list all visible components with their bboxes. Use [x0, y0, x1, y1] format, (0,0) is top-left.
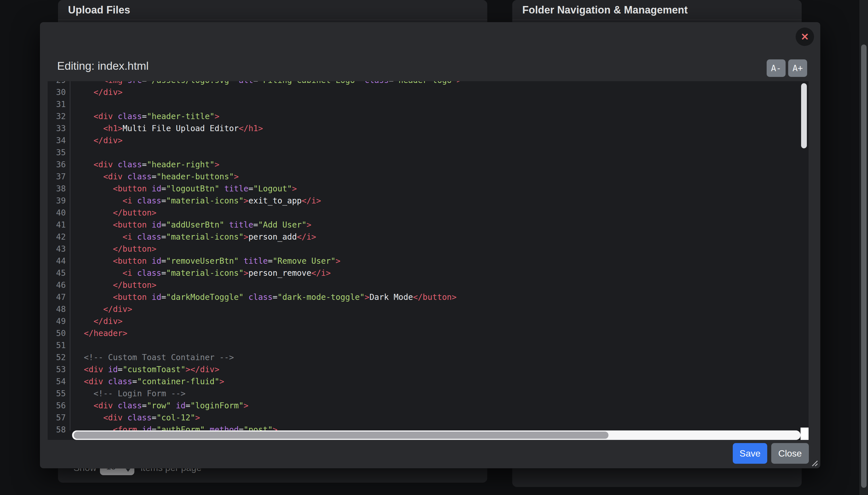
- line-number: 32: [48, 110, 70, 122]
- code-line[interactable]: 32 <div class="header-title">: [48, 110, 808, 122]
- code-line[interactable]: 51: [48, 340, 808, 352]
- page-scrollbar-thumb[interactable]: [861, 45, 867, 488]
- close-button[interactable]: Close: [771, 443, 809, 464]
- code-line-content: </div>: [70, 303, 132, 315]
- scrollbar-corner: [801, 428, 808, 440]
- code-line-content: </button>: [70, 207, 156, 219]
- line-number: 31: [48, 99, 70, 110]
- code-line-content: <i class="material-icons">person_remove<…: [70, 267, 331, 279]
- line-number: 51: [48, 340, 70, 352]
- line-number: 38: [48, 183, 70, 195]
- line-number: 29: [48, 81, 70, 86]
- code-line[interactable]: 49 </div>: [48, 315, 808, 327]
- code-line[interactable]: 38 <button id="logoutBtn" title="Logout"…: [48, 183, 808, 195]
- code-line[interactable]: 34 </div>: [48, 135, 808, 147]
- code-line[interactable]: 37 <div class="header-buttons">: [48, 171, 808, 183]
- code-line[interactable]: 50</header>: [48, 327, 808, 340]
- code-line[interactable]: 45 <i class="material-icons">person_remo…: [48, 267, 808, 279]
- code-line[interactable]: 39 <i class="material-icons">exit_to_app…: [48, 195, 808, 207]
- line-number: 30: [48, 86, 70, 99]
- code-line[interactable]: 41 <button id="addUserBtn" title="Add Us…: [48, 219, 808, 231]
- modal-title: Editing: index.html: [57, 60, 149, 72]
- page-scrollbar[interactable]: [859, 0, 868, 495]
- line-number: 47: [48, 291, 70, 303]
- code-line[interactable]: 42 <i class="material-icons">person_add<…: [48, 231, 808, 243]
- code-line[interactable]: 52<!-- Custom Toast Container -->: [48, 352, 808, 363]
- code-line[interactable]: 55 <!-- Login Form -->: [48, 388, 808, 400]
- line-number: 56: [48, 400, 70, 412]
- code-line-content: <div class="col-12">: [70, 412, 200, 424]
- modal-close-icon[interactable]: ✕: [796, 28, 814, 46]
- editor-horizontal-scrollbar-thumb[interactable]: [74, 431, 608, 439]
- code-line[interactable]: 56 <div class="row" id="loginForm">: [48, 400, 808, 412]
- line-number: 40: [48, 207, 70, 219]
- code-line-content: <button id="logoutBtn" title="Logout">: [70, 183, 297, 195]
- gutter-divider: [70, 81, 70, 430]
- code-line-content: <button id="removeUserBtn" title="Remove…: [70, 255, 340, 267]
- code-line[interactable]: 44 <button id="removeUserBtn" title="Rem…: [48, 255, 808, 267]
- line-number: 46: [48, 279, 70, 291]
- save-button[interactable]: Save: [733, 443, 767, 464]
- editor-vertical-scrollbar-thumb[interactable]: [801, 83, 807, 148]
- code-line[interactable]: 30 </div>: [48, 86, 808, 99]
- line-number: 53: [48, 363, 70, 376]
- code-line[interactable]: 33 <h1>Multi File Upload Editor</h1>: [48, 122, 808, 135]
- code-line[interactable]: 40 </button>: [48, 207, 808, 219]
- line-number: 39: [48, 195, 70, 207]
- upload-files-panel-title: Upload Files: [68, 4, 130, 16]
- code-line-content: <i class="material-icons">person_add</i>: [70, 231, 316, 243]
- panel-header-divider: [58, 19, 487, 20]
- code-line[interactable]: 48 </div>: [48, 303, 808, 315]
- editor-horizontal-scrollbar[interactable]: [72, 430, 801, 440]
- code-line-content: <i class="material-icons">exit_to_app</i…: [70, 195, 321, 207]
- line-number: 55: [48, 388, 70, 400]
- code-line[interactable]: 31: [48, 99, 808, 110]
- code-line-content: [70, 147, 84, 159]
- line-number: 50: [48, 327, 70, 340]
- code-line-content: <div class="header-title">: [70, 110, 219, 122]
- code-editor[interactable]: 29 <img src="/assets/logo.svg" alt="Fili…: [48, 81, 808, 440]
- code-line[interactable]: 29 <img src="/assets/logo.svg" alt="Fili…: [48, 81, 808, 86]
- code-line-content: <!-- Custom Toast Container -->: [70, 352, 234, 363]
- code-line-content: <!-- Login Form -->: [70, 388, 185, 400]
- code-line[interactable]: 36 <div class="header-right">: [48, 159, 808, 171]
- line-number: 52: [48, 352, 70, 363]
- code-line[interactable]: 35: [48, 147, 808, 159]
- code-line-content: </header>: [70, 327, 128, 340]
- code-line-content: <img src="/assets/logo.svg" alt="Filing …: [70, 81, 462, 86]
- line-number: 49: [48, 315, 70, 327]
- code-line[interactable]: 57 <div class="col-12">: [48, 412, 808, 424]
- line-number: 48: [48, 303, 70, 315]
- code-line[interactable]: 46 </button>: [48, 279, 808, 291]
- code-line-content: </button>: [70, 243, 156, 255]
- code-line[interactable]: 47 <button id="darkModeToggle" class="da…: [48, 291, 808, 303]
- code-line-content: <button id="darkModeToggle" class="dark-…: [70, 291, 456, 303]
- code-line-content: </div>: [70, 86, 122, 99]
- line-number: 37: [48, 171, 70, 183]
- code-line-content: <div class="container-fluid">: [70, 376, 224, 388]
- code-line-content: </button>: [70, 279, 156, 291]
- line-number: 58: [48, 424, 70, 436]
- line-number: 57: [48, 412, 70, 424]
- code-line-content: <h1>Multi File Upload Editor</h1>: [70, 122, 263, 135]
- code-line-content: [70, 340, 84, 352]
- code-line-content: </div>: [70, 315, 122, 327]
- code-line[interactable]: 54<div class="container-fluid">: [48, 376, 808, 388]
- code-line-content: <div class="header-right">: [70, 159, 219, 171]
- code-line[interactable]: 43 </button>: [48, 243, 808, 255]
- line-number: 35: [48, 147, 70, 159]
- line-number: 36: [48, 159, 70, 171]
- code-line[interactable]: 53<div id="customToast"></div>: [48, 363, 808, 376]
- code-line-content: <div class="header-buttons">: [70, 171, 239, 183]
- code-line-content: <button id="addUserBtn" title="Add User"…: [70, 219, 311, 231]
- font-decrease-button[interactable]: A-: [767, 59, 786, 77]
- line-number: 42: [48, 231, 70, 243]
- code-line-content: <div id="customToast"></div>: [70, 363, 219, 376]
- font-increase-button[interactable]: A+: [788, 59, 807, 77]
- line-number: 41: [48, 219, 70, 231]
- resize-grip-icon[interactable]: [811, 459, 818, 466]
- code-line-content: [70, 99, 84, 110]
- line-number: 44: [48, 255, 70, 267]
- panel-header-divider: [512, 19, 802, 20]
- line-number: 43: [48, 243, 70, 255]
